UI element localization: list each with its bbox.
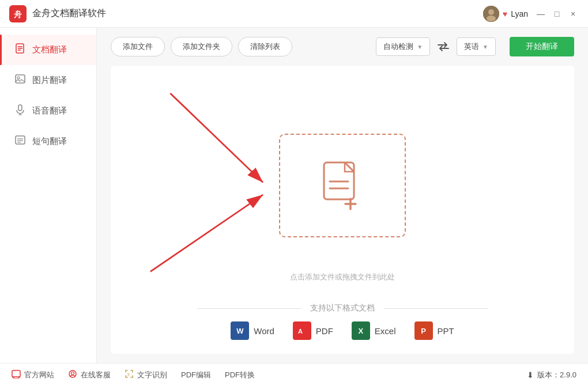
footer-version: ⬇ 版本：2.9.0 xyxy=(527,370,576,380)
sidebar: 文档翻译 图片翻译 语音翻译 xyxy=(0,28,97,363)
svg-point-4 xyxy=(487,16,496,21)
add-file-button[interactable]: 添加文件 xyxy=(111,37,165,56)
website-icon xyxy=(12,369,21,380)
svg-text:舟: 舟 xyxy=(13,10,22,19)
footer-website-label: 官方网站 xyxy=(24,370,54,380)
word-icon: W xyxy=(231,321,249,340)
app-logo: 舟 xyxy=(9,5,27,22)
minimize-button[interactable]: — xyxy=(535,8,546,20)
source-lang-dropdown[interactable]: 自动检测 ▼ xyxy=(376,37,430,56)
close-button[interactable]: × xyxy=(567,8,579,20)
vip-icon: ♥ xyxy=(503,9,507,18)
footer: 官方网站 在线客服 文 文字识别 PDF编辑 PDF转换 ⬇ 版本：2.9.0 xyxy=(0,363,588,386)
svg-point-3 xyxy=(488,9,494,15)
title-right: ♥ Lyan — □ × xyxy=(483,6,579,22)
sidebar-item-voice-translate[interactable]: 语音翻译 xyxy=(0,96,96,126)
user-info: ♥ Lyan xyxy=(483,6,528,22)
window-controls: — □ × xyxy=(535,8,579,20)
formats-list: W Word A PDF X xyxy=(125,321,560,340)
excel-label: Excel xyxy=(375,326,396,336)
sidebar-item-image-translate[interactable]: 图片翻译 xyxy=(0,65,96,96)
target-lang-dropdown[interactable]: 英语 ▼ xyxy=(457,37,496,56)
ppt-label: PPT xyxy=(438,326,454,336)
add-folder-button[interactable]: 添加文件夹 xyxy=(171,37,232,56)
version-label: 版本：2.9.0 xyxy=(537,370,576,380)
format-ppt: P PPT xyxy=(414,321,454,340)
app-title: 金舟文档翻译软件 xyxy=(32,7,106,20)
avatar xyxy=(483,6,499,22)
sidebar-label-voice: 语音翻译 xyxy=(32,105,67,116)
svg-text:文: 文 xyxy=(127,372,130,376)
footer-pdf-edit-label: PDF编辑 xyxy=(181,370,211,380)
source-lang-arrow: ▼ xyxy=(417,44,423,50)
lang-select-group: 自动检测 ▼ 英语 ▼ 开始翻译 xyxy=(376,37,574,56)
svg-rect-11 xyxy=(18,105,22,111)
source-lang-label: 自动检测 xyxy=(383,41,413,52)
svg-rect-14 xyxy=(16,136,25,144)
footer-support[interactable]: 在线客服 xyxy=(68,369,111,380)
svg-point-30 xyxy=(71,372,74,375)
target-lang-arrow: ▼ xyxy=(483,44,488,50)
restore-button[interactable]: □ xyxy=(551,8,563,20)
ppt-icon: P xyxy=(414,321,433,340)
target-lang-label: 英语 xyxy=(464,41,479,52)
footer-pdf-edit[interactable]: PDF编辑 xyxy=(181,370,211,380)
start-translate-button[interactable]: 开始翻译 xyxy=(510,37,574,56)
title-bar: 舟 金舟文档翻译软件 ♥ Lyan — □ × xyxy=(0,0,588,28)
svg-rect-25 xyxy=(12,370,20,377)
sentence-icon xyxy=(14,134,27,149)
swap-lang-button[interactable] xyxy=(435,38,452,55)
support-icon xyxy=(68,369,77,380)
footer-support-label: 在线客服 xyxy=(81,370,111,380)
content-area: 添加文件 添加文件夹 清除列表 自动检测 ▼ 英语 ▼ 开始 xyxy=(97,28,588,363)
formats-title: 支持以下格式文档 xyxy=(125,303,560,313)
sidebar-label-sentence: 短句翻译 xyxy=(32,136,67,147)
format-excel: X Excel xyxy=(352,321,396,340)
excel-icon: X xyxy=(352,321,370,340)
main-layout: 文档翻译 图片翻译 语音翻译 xyxy=(0,28,588,363)
title-left: 舟 金舟文档翻译软件 xyxy=(9,5,106,22)
drop-zone-container: 点击添加文件或拖拽文件到此处 xyxy=(111,75,574,296)
username: Lyan xyxy=(511,9,528,18)
footer-website[interactable]: 官方网站 xyxy=(12,369,54,380)
sidebar-label-doc: 文档翻译 xyxy=(32,44,67,55)
drop-hint-text: 点击添加文件或拖拽文件到此处 xyxy=(111,272,574,282)
sidebar-label-image: 图片翻译 xyxy=(32,75,67,86)
svg-point-10 xyxy=(17,77,20,79)
format-word: W Word xyxy=(231,321,274,340)
sidebar-item-doc-translate[interactable]: 文档翻译 xyxy=(0,35,96,65)
footer-pdf-convert[interactable]: PDF转换 xyxy=(225,370,255,380)
toolbar: 添加文件 添加文件夹 清除列表 自动检测 ▼ 英语 ▼ 开始 xyxy=(111,37,574,56)
footer-pdf-convert-label: PDF转换 xyxy=(225,370,255,380)
footer-ocr-label: 文字识别 xyxy=(137,370,167,380)
format-pdf: A PDF xyxy=(293,321,333,340)
main-panel: 点击添加文件或拖拽文件到此处 支持以下格式文档 xyxy=(111,66,574,354)
drop-zone[interactable] xyxy=(279,134,406,237)
pdf-label: PDF xyxy=(316,326,333,336)
mic-icon xyxy=(14,104,27,118)
formats-section: 支持以下格式文档 W Word A PDF xyxy=(111,296,574,345)
svg-text:A: A xyxy=(298,328,303,335)
document-icon xyxy=(14,43,27,57)
footer-ocr[interactable]: 文 文字识别 xyxy=(125,369,167,380)
sidebar-item-sentence-translate[interactable]: 短句翻译 xyxy=(0,126,96,157)
ocr-icon: 文 xyxy=(125,369,134,380)
svg-rect-9 xyxy=(16,75,25,83)
drop-zone-doc-icon xyxy=(319,160,365,211)
image-icon xyxy=(14,73,27,88)
pdf-icon: A xyxy=(293,321,311,340)
download-icon: ⬇ xyxy=(527,370,534,380)
clear-list-button[interactable]: 清除列表 xyxy=(238,37,292,56)
word-label: Word xyxy=(254,326,274,336)
